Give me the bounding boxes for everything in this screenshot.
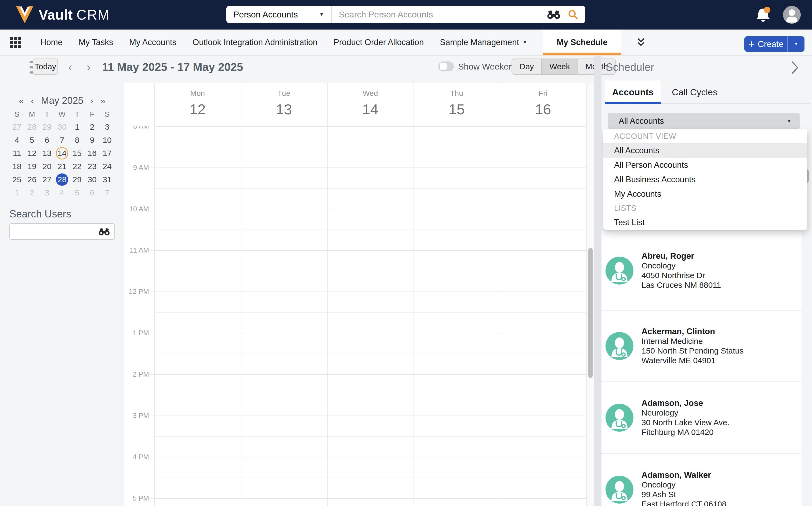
mini-cal-day[interactable]: 1 — [70, 120, 85, 134]
mini-cal-day[interactable]: 6 — [39, 134, 55, 147]
mini-cal-day[interactable]: 17 — [100, 147, 115, 160]
mini-cal-day[interactable]: 6 — [85, 186, 100, 199]
mini-cal-day-number: 7 — [56, 134, 68, 146]
mini-cal-day[interactable]: 15 — [70, 147, 85, 160]
show-weekend-toggle[interactable] — [438, 62, 454, 71]
nav-item-label: My Accounts — [129, 37, 176, 47]
dropdown-option-all-business-accounts[interactable]: All Business Accounts — [603, 172, 807, 187]
nav-item-sample-management[interactable]: Sample Management▼ — [440, 29, 527, 55]
view-week-button[interactable]: Week — [541, 59, 577, 74]
account-card[interactable]: Ackerman, ClintonInternal Medicine150 No… — [601, 311, 802, 382]
mini-cal-day[interactable]: 19 — [24, 160, 39, 173]
mini-cal-day[interactable]: 29 — [70, 173, 85, 186]
binoculars-icon[interactable] — [547, 10, 561, 19]
calendar-grid[interactable]: 8 AM9 AM10 AM11 AM12 PM1 PM2 PM3 PM4 PM5… — [124, 83, 586, 506]
mini-cal-day[interactable]: 29 — [39, 120, 55, 134]
mini-cal-day[interactable]: 8 — [70, 134, 85, 147]
nav-item-home[interactable]: Home — [40, 29, 63, 55]
mini-cal-day[interactable]: 7 — [55, 134, 70, 147]
create-button[interactable]: + Create ▼ — [744, 36, 805, 52]
day-header-mon[interactable]: Mon12 — [154, 83, 241, 126]
mini-cal-day[interactable]: 3 — [39, 186, 55, 199]
mini-cal-day[interactable]: 5 — [70, 186, 85, 199]
mini-cal-day[interactable]: 14 — [55, 147, 70, 160]
mini-cal-day[interactable]: 30 — [85, 173, 100, 186]
view-day-button[interactable]: Day — [512, 59, 541, 74]
mini-cal-day[interactable]: 12 — [24, 147, 39, 160]
search-category-caret-icon[interactable]: ▼ — [319, 12, 324, 17]
search-input[interactable] — [338, 9, 547, 20]
mini-cal-day[interactable]: 16 — [85, 147, 100, 160]
mini-cal-day[interactable]: 21 — [55, 160, 70, 173]
mini-cal-day[interactable]: 13 — [39, 147, 55, 160]
prev-month-icon[interactable]: ‹ — [31, 96, 34, 105]
mini-cal-day[interactable]: 25 — [9, 173, 24, 186]
mini-cal-day-number: 31 — [101, 173, 113, 186]
search-icon[interactable] — [568, 9, 578, 20]
mini-cal-day[interactable]: 30 — [55, 120, 70, 134]
notifications-bell-icon[interactable] — [755, 6, 771, 23]
toggle-knob — [439, 63, 447, 70]
user-avatar[interactable] — [783, 6, 801, 24]
mini-cal-day[interactable]: 4 — [55, 186, 70, 199]
nav-item-my-tasks[interactable]: My Tasks — [79, 29, 113, 55]
nav-item-my-accounts[interactable]: My Accounts — [129, 29, 176, 55]
account-city: Waterville ME 04901 — [642, 356, 743, 365]
next-month-icon[interactable]: › — [90, 96, 93, 105]
brand-logo[interactable]: Vault CRM — [16, 5, 110, 24]
account-view-dropdown[interactable]: All Accounts ▼ — [608, 113, 800, 130]
dropdown-option-all-person-accounts[interactable]: All Person Accounts — [603, 158, 807, 172]
mini-cal-day[interactable]: 4 — [9, 134, 24, 147]
app-launcher-icon[interactable] — [10, 37, 21, 48]
account-card[interactable]: Adamson, WalkerOncology99 Ash StEast Har… — [601, 454, 802, 506]
prev-year-icon[interactable]: « — [19, 96, 24, 105]
mini-cal-day[interactable]: 9 — [85, 134, 100, 147]
dropdown-option-all-accounts[interactable]: All Accounts — [603, 143, 807, 158]
account-card[interactable]: Abreu, RogerOncology4050 Northrise DrLas… — [601, 231, 802, 311]
hour-grid-line — [154, 457, 586, 457]
mini-cal-day[interactable]: 20 — [39, 160, 55, 173]
mini-cal-day-number: 29 — [41, 121, 53, 133]
mini-cal-day[interactable]: 27 — [9, 120, 24, 134]
nav-item-outlook-integration-administration[interactable]: Outlook Integration Administration — [192, 29, 317, 55]
tab-call-cycles[interactable]: Call Cycles — [669, 81, 720, 104]
mini-cal-day[interactable]: 23 — [85, 160, 100, 173]
nav-item-my-schedule[interactable]: My Schedule — [543, 29, 621, 55]
mini-cal-day[interactable]: 3 — [100, 120, 115, 134]
mini-cal-day[interactable]: 2 — [85, 120, 100, 134]
day-header-wed[interactable]: Wed14 — [327, 83, 413, 126]
more-tabs-chevron-icon[interactable] — [637, 38, 645, 47]
account-card[interactable]: Adamson, JoseNeurology30 North Lake View… — [601, 382, 802, 454]
calendar-scrollbar-thumb[interactable] — [588, 248, 593, 378]
nav-item-product-order-allocation[interactable]: Product Order Allocation — [333, 29, 424, 55]
mini-cal-day[interactable]: 24 — [100, 160, 115, 173]
mini-cal-day[interactable]: 1 — [9, 186, 24, 199]
account-address: 30 North Lake View Ave. — [642, 418, 729, 427]
dropdown-option-my-accounts[interactable]: My Accounts — [603, 187, 807, 201]
collapse-panel-chevron-icon[interactable] — [791, 61, 799, 75]
day-header-thu[interactable]: Thu15 — [413, 83, 500, 126]
mini-cal-day[interactable]: 22 — [70, 160, 85, 173]
mini-cal-day-number: 13 — [41, 147, 53, 159]
mini-cal-day[interactable]: 7 — [100, 186, 115, 199]
calendar-scrollbar[interactable] — [586, 83, 594, 506]
next-year-icon[interactable]: » — [100, 96, 105, 105]
day-header-fri[interactable]: Fri16 — [500, 83, 586, 126]
mini-cal-day[interactable]: 31 — [100, 173, 115, 186]
tab-accounts[interactable]: Accounts — [605, 81, 661, 104]
mini-cal-day[interactable]: 11 — [9, 147, 24, 160]
search-users-input[interactable] — [9, 223, 115, 240]
mini-cal-day[interactable]: 28 — [24, 120, 39, 134]
search-category-select[interactable]: Person Accounts — [233, 10, 298, 20]
mini-cal-day[interactable]: 10 — [100, 134, 115, 147]
mini-cal-day[interactable]: 2 — [24, 186, 39, 199]
create-caret-icon[interactable]: ▼ — [788, 41, 805, 47]
time-tick — [149, 457, 154, 457]
day-header-tue[interactable]: Tue13 — [241, 83, 327, 126]
mini-cal-day[interactable]: 5 — [24, 134, 39, 147]
mini-cal-day[interactable]: 27 — [39, 173, 55, 186]
dropdown-option-test-list[interactable]: Test List — [603, 215, 807, 230]
mini-cal-day[interactable]: 28 — [55, 173, 70, 186]
mini-cal-day[interactable]: 18 — [9, 160, 24, 173]
mini-cal-day[interactable]: 26 — [24, 173, 39, 186]
